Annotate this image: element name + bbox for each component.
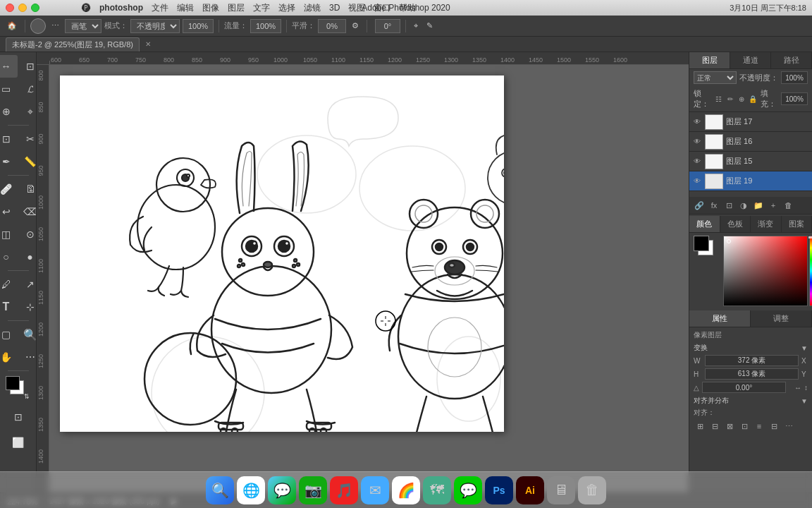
close-button[interactable] xyxy=(6,4,14,12)
color-spectrum-area[interactable] xyxy=(723,236,808,306)
lock-transparent-button[interactable]: ☷ xyxy=(714,93,722,104)
tab-paths[interactable]: 路径 xyxy=(771,52,812,68)
angle-prop-input[interactable] xyxy=(702,382,786,393)
more-tools[interactable]: ⋯ xyxy=(19,346,37,368)
align-right-edges[interactable]: ⊠ xyxy=(723,420,736,433)
rect-shape-tool[interactable]: ▢ xyxy=(0,323,18,346)
text-tool[interactable]: T xyxy=(0,296,18,318)
brush-options-button[interactable]: ⋯ xyxy=(49,18,62,34)
align-top-edges[interactable]: ⊡ xyxy=(738,420,751,433)
warp-tool[interactable]: ⊹ xyxy=(19,296,37,318)
dock-facetime[interactable]: 📷 xyxy=(299,476,327,504)
opacity-input[interactable] xyxy=(183,19,214,33)
history-brush-tool[interactable]: ↩ xyxy=(0,200,18,223)
tab-properties[interactable]: 属性 xyxy=(689,310,751,327)
zoom-tool[interactable]: 🔍 xyxy=(19,323,37,346)
quick-select-tool[interactable]: ⌖ xyxy=(19,100,37,123)
rect-select-tool[interactable]: ▭ xyxy=(0,78,18,100)
more-options[interactable]: ⋯ xyxy=(782,420,795,433)
layer-visibility-19[interactable]: 👁 xyxy=(692,176,702,186)
align-bottom-edges[interactable]: ⊟ xyxy=(768,420,780,433)
align-h-center[interactable]: ⊟ xyxy=(708,420,721,433)
tab-layers[interactable]: 图层 xyxy=(689,52,730,68)
layer-visibility-16[interactable]: 👁 xyxy=(692,137,702,147)
color-picker[interactable]: ⇅ xyxy=(6,376,31,401)
blend-mode-select[interactable]: 不透明度 xyxy=(130,19,180,33)
ruler-tool[interactable]: 📏 xyxy=(19,150,37,173)
dock-finder2[interactable]: 🖥 xyxy=(547,476,575,504)
blur-tool[interactable]: ⊙ xyxy=(19,223,37,246)
lock-position-button[interactable]: ⊕ xyxy=(737,93,746,104)
dock-maps[interactable]: 🗺 xyxy=(423,476,451,504)
angle-input[interactable] xyxy=(375,19,400,33)
pen-tool[interactable]: 🖊 xyxy=(0,273,18,296)
hue-strip[interactable] xyxy=(809,236,812,306)
burn-tool[interactable]: ● xyxy=(19,246,37,268)
dock-photoshop[interactable]: Ps xyxy=(485,476,513,504)
fg-bg-colors[interactable] xyxy=(694,236,719,261)
tab-pattern[interactable]: 图案 xyxy=(782,216,813,232)
canvas-viewport[interactable] xyxy=(49,65,689,492)
tab-swatches[interactable]: 色板 xyxy=(720,216,751,232)
layer-group-btn[interactable]: 📁 xyxy=(752,199,765,212)
tab-gradient[interactable]: 渐变 xyxy=(751,216,782,232)
menu-image[interactable]: 图像 xyxy=(202,2,219,14)
w-input[interactable] xyxy=(705,355,799,366)
document-tab[interactable]: 未标题-2 @ 225%(图层 19, RGB/8) xyxy=(6,37,140,52)
layer-blend-select[interactable]: 正常 xyxy=(694,71,737,84)
menu-3d[interactable]: 3D xyxy=(329,3,340,13)
clone-tool[interactable]: 🖻 xyxy=(19,178,37,200)
dodge-tool[interactable]: ○ xyxy=(0,246,18,268)
crop-tool[interactable]: ⊡ xyxy=(0,128,18,150)
hand-tool[interactable]: ✋ xyxy=(0,346,18,368)
layer-adj-btn[interactable]: ◑ xyxy=(737,199,750,212)
layer-fill-input[interactable] xyxy=(781,92,808,105)
dock-messages[interactable]: 💬 xyxy=(268,476,296,504)
eraser-tool[interactable]: ⌫ xyxy=(19,200,37,223)
menu-filter[interactable]: 滤镜 xyxy=(304,2,321,14)
screen-mode-button[interactable]: ⬜ xyxy=(7,431,30,454)
layer-item[interactable]: 👁 图层 16 xyxy=(689,132,812,152)
dock-wechat[interactable]: 💬 xyxy=(454,476,482,504)
heal-tool[interactable]: 🩹 xyxy=(0,178,18,200)
symmetry-button[interactable]: ⌖ xyxy=(411,18,421,34)
layer-visibility-15[interactable]: 👁 xyxy=(692,157,702,167)
home-button[interactable]: 🏠 xyxy=(4,18,20,34)
h-input[interactable] xyxy=(705,368,799,380)
lock-paint-button[interactable]: ✏ xyxy=(726,93,734,104)
lasso-tool[interactable]: 𝓛 xyxy=(19,78,37,100)
dock-finder[interactable]: 🔍 xyxy=(206,476,234,504)
brush-preset-button[interactable] xyxy=(30,18,46,34)
dock-music[interactable]: 🎵 xyxy=(330,476,358,504)
flip-v-icon[interactable]: ↕ xyxy=(804,384,808,392)
lock-all-button[interactable]: 🔒 xyxy=(749,93,757,104)
tab-color[interactable]: 颜色 xyxy=(689,216,720,232)
quick-mask-button[interactable]: ⊡ xyxy=(7,406,30,428)
align-expand-icon[interactable]: ▼ xyxy=(801,397,808,405)
artboard-tool[interactable]: ⊡ xyxy=(19,55,37,78)
mode-select[interactable]: 画笔 xyxy=(65,19,102,33)
layer-filter-btn[interactable]: 🔗 xyxy=(693,199,706,212)
dock-photos[interactable]: 🌈 xyxy=(392,476,420,504)
menu-type[interactable]: 文字 xyxy=(253,2,270,14)
minimize-button[interactable] xyxy=(18,4,27,12)
layer-item-selected[interactable]: 👁 图层 19 xyxy=(689,171,812,191)
smoothing-options-button[interactable]: ⚙ xyxy=(349,18,362,34)
align-left-edges[interactable]: ⊞ xyxy=(694,420,706,433)
layer-fx-btn[interactable]: fx xyxy=(708,199,720,212)
layer-visibility-17[interactable]: 👁 xyxy=(692,117,702,127)
menu-file[interactable]: 文件 xyxy=(152,2,168,14)
layer-item[interactable]: 👁 图层 15 xyxy=(689,152,812,171)
path-select-tool[interactable]: ↗ xyxy=(19,273,37,296)
menu-layer[interactable]: 图层 xyxy=(228,2,245,14)
gradient-tool[interactable]: ◫ xyxy=(0,223,18,246)
close-doc-btn[interactable]: ✕ xyxy=(145,40,151,48)
layer-opacity-input[interactable] xyxy=(781,71,808,84)
menu-app-icon[interactable]: 🅟 xyxy=(82,3,91,13)
object-select-tool[interactable]: ⊕ xyxy=(0,100,18,123)
layer-delete-btn[interactable]: 🗑 xyxy=(782,199,794,212)
menu-select[interactable]: 选择 xyxy=(278,2,295,14)
menu-edit[interactable]: 编辑 xyxy=(177,2,194,14)
dock-chrome[interactable]: 🌐 xyxy=(237,476,265,504)
dock-trash[interactable]: 🗑 xyxy=(578,476,606,504)
